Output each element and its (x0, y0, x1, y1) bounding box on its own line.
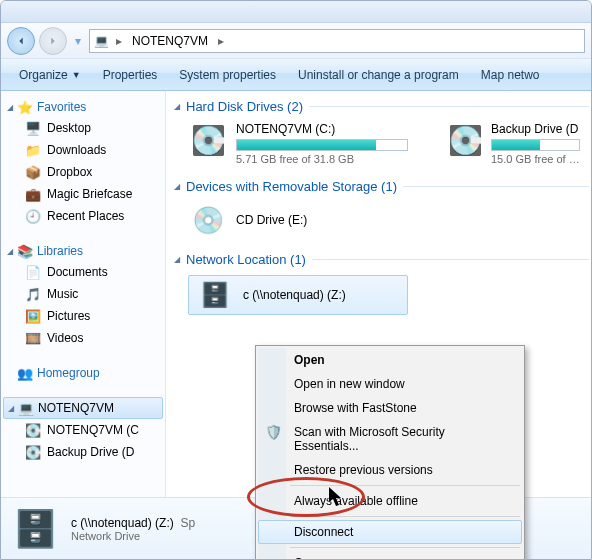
command-bar: Organize▼ Properties System properties U… (1, 59, 591, 91)
computer-icon: 💻 (92, 34, 110, 48)
sidebar-item-downloads[interactable]: 📁Downloads (3, 139, 163, 161)
recent-icon: 🕘 (25, 208, 41, 224)
sidebar-item-dropbox[interactable]: 📦Dropbox (3, 161, 163, 183)
shield-icon: 🛡️ (264, 423, 282, 441)
expand-icon: ◢ (7, 247, 13, 256)
hdd-icon: 💽 (188, 122, 228, 158)
library-icon: 📚 (17, 243, 33, 259)
ctx-faststone[interactable]: Browse with FastStone (258, 396, 522, 420)
system-properties-button[interactable]: System properties (169, 62, 286, 88)
organize-button[interactable]: Organize▼ (9, 62, 91, 88)
drive-d[interactable]: 💽 Backup Drive (D 15.0 GB free of … (448, 122, 568, 165)
uninstall-button[interactable]: Uninstall or change a program (288, 62, 469, 88)
sidebar-item-recent-places[interactable]: 🕘Recent Places (3, 205, 163, 227)
drive-icon: 💽 (25, 422, 41, 438)
cd-drive[interactable]: 💿CD Drive (E:) (172, 202, 591, 238)
sidebar-item-documents[interactable]: 📄Documents (3, 261, 163, 283)
briefcase-icon: 💼 (25, 186, 41, 202)
sidebar-item-drive-c[interactable]: 💽NOTENQ7VM (C (3, 419, 163, 441)
free-space: 5.71 GB free of 31.8 GB (236, 153, 408, 165)
expand-icon: ◢ (8, 404, 14, 413)
context-menu: Open Open in new window Browse with Fast… (255, 345, 525, 560)
sidebar-item-magic-briefcase[interactable]: 💼Magic Briefcase (3, 183, 163, 205)
music-icon: 🎵 (25, 286, 41, 302)
section-removable[interactable]: ◢Devices with Removable Storage (1) (172, 177, 591, 202)
collapse-icon: ◢ (174, 102, 180, 111)
details-title: c (\\notenquad) (Z:) (71, 516, 174, 530)
nav-history-dropdown[interactable]: ▾ (71, 27, 85, 55)
computer-header[interactable]: ◢💻NOTENQ7VM (3, 397, 163, 419)
computer-icon: 💻 (18, 400, 34, 416)
map-network-button[interactable]: Map netwo (471, 62, 550, 88)
pictures-icon: 🖼️ (25, 308, 41, 324)
properties-button[interactable]: Properties (93, 62, 168, 88)
explorer-window: ▾ 💻 ▸ NOTENQ7VM ▸ Organize▼ Properties S… (0, 0, 592, 560)
dropbox-icon: 📦 (25, 164, 41, 180)
cd-icon: 💿 (188, 202, 228, 238)
favorites-header[interactable]: ◢⭐Favorites (3, 97, 163, 117)
sidebar-item-drive-d[interactable]: 💽Backup Drive (D (3, 441, 163, 463)
details-type: Network Drive (71, 530, 195, 542)
ctx-open[interactable]: Open (258, 348, 522, 372)
ctx-available-offline[interactable]: Always available offline (258, 489, 522, 513)
documents-icon: 📄 (25, 264, 41, 280)
drive-label: NOTENQ7VM (C:) (236, 122, 408, 136)
free-space: 15.0 GB free of … (491, 153, 580, 165)
ctx-restore-versions[interactable]: Restore previous versions (258, 458, 522, 482)
expand-icon: ◢ (7, 103, 13, 112)
titlebar[interactable] (1, 1, 591, 23)
back-button[interactable] (7, 27, 35, 55)
drive-label: Backup Drive (D (491, 122, 580, 136)
drive-c[interactable]: 💽 NOTENQ7VM (C:) 5.71 GB free of 31.8 GB (188, 122, 408, 165)
sidebar-item-videos[interactable]: 🎞️Videos (3, 327, 163, 349)
hdd-icon: 💽 (448, 122, 483, 158)
sidebar-item-pictures[interactable]: 🖼️Pictures (3, 305, 163, 327)
sidebar-item-desktop[interactable]: 🖥️Desktop (3, 117, 163, 139)
network-drive-z[interactable]: 🗄️c (\\notenquad) (Z:) (188, 275, 408, 315)
collapse-icon: ◢ (174, 182, 180, 191)
homegroup-icon: 👥 (17, 365, 33, 381)
forward-button (39, 27, 67, 55)
address-bar[interactable]: 💻 ▸ NOTENQ7VM ▸ (89, 29, 585, 53)
section-network[interactable]: ◢Network Location (1) (172, 250, 591, 275)
chevron-right-icon[interactable]: ▸ (216, 34, 226, 48)
star-icon: ⭐ (17, 99, 33, 115)
section-hdd[interactable]: ◢Hard Disk Drives (2) (172, 97, 591, 122)
ctx-scan-mse[interactable]: 🛡️Scan with Microsoft Security Essential… (258, 420, 522, 458)
ctx-copy[interactable]: Copy (258, 551, 522, 560)
libraries-header[interactable]: ◢📚Libraries (3, 241, 163, 261)
videos-icon: 🎞️ (25, 330, 41, 346)
ctx-disconnect[interactable]: Disconnect (258, 520, 522, 544)
ctx-open-new-window[interactable]: Open in new window (258, 372, 522, 396)
network-drive-icon: 🗄️ (195, 280, 235, 310)
chevron-right-icon[interactable]: ▸ (114, 34, 124, 48)
capacity-bar (491, 139, 580, 151)
drive-icon: 💽 (25, 444, 41, 460)
desktop-icon: 🖥️ (25, 120, 41, 136)
network-drive-icon: 🗄️ (11, 505, 59, 553)
homegroup-header[interactable]: ◢👥Homegroup (3, 363, 163, 383)
sidebar-item-music[interactable]: 🎵Music (3, 283, 163, 305)
nav-row: ▾ 💻 ▸ NOTENQ7VM ▸ (1, 23, 591, 59)
collapse-icon: ◢ (174, 255, 180, 264)
nav-pane: ◢⭐Favorites 🖥️Desktop 📁Downloads 📦Dropbo… (1, 91, 166, 497)
folder-icon: 📁 (25, 142, 41, 158)
breadcrumb[interactable]: NOTENQ7VM (128, 32, 212, 50)
capacity-bar (236, 139, 408, 151)
